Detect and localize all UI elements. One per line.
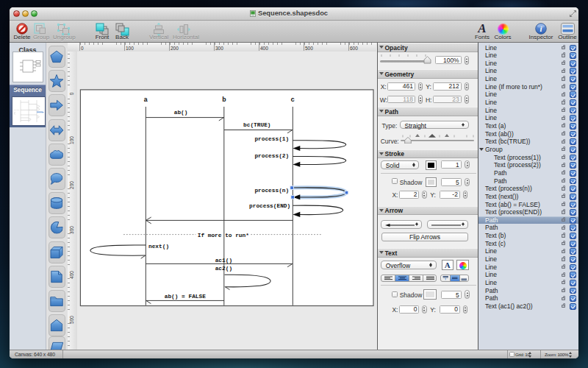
svg-text:process(n): process(n) bbox=[254, 188, 289, 194]
svg-text:ab() = FALSE: ab() = FALSE bbox=[164, 294, 205, 300]
svg-text:a: a bbox=[143, 96, 148, 104]
svg-text:next(): next() bbox=[148, 244, 169, 250]
svg-text:process(1): process(1) bbox=[254, 136, 289, 142]
svg-text:c: c bbox=[290, 96, 294, 104]
svg-text:bc(TRUE): bc(TRUE) bbox=[243, 122, 270, 128]
svg-text:ab(): ab() bbox=[173, 110, 187, 116]
svg-text:If more to run*: If more to run* bbox=[197, 233, 248, 238]
svg-text:process(2): process(2) bbox=[254, 153, 289, 159]
svg-text:process(END): process(END) bbox=[249, 203, 290, 209]
svg-text:ac1(): ac1() bbox=[215, 258, 232, 263]
svg-text:ac2(): ac2() bbox=[215, 266, 232, 272]
svg-text:b: b bbox=[222, 96, 226, 104]
